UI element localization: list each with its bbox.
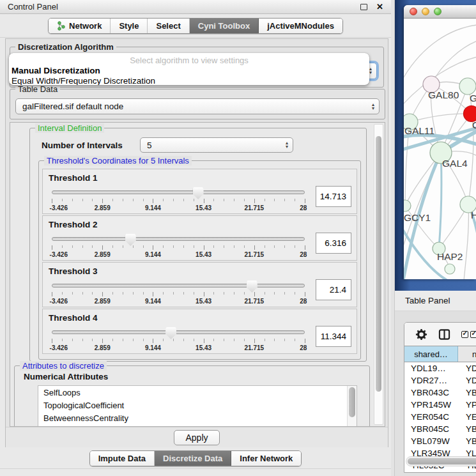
scrollbar-thumb[interactable] bbox=[349, 387, 355, 417]
table-data-combobox[interactable]: galFiltered.sif default node ▴▾ bbox=[15, 98, 380, 114]
threshold-label: Threshold 2 bbox=[49, 220, 98, 229]
table-row[interactable]: YBR045CYBR0 bbox=[404, 423, 476, 435]
dropdown-placeholder: Select algorithm to view settings bbox=[9, 53, 369, 65]
group-title: Interval Definition bbox=[35, 123, 104, 133]
tab-impute-data[interactable]: Impute Data bbox=[90, 451, 155, 466]
network-view-window[interactable]: GAL80GAL11GAL4GCY1HAP2GACH bbox=[404, 5, 476, 279]
checkbox-icon[interactable] bbox=[461, 331, 468, 338]
table-row[interactable]: YBL079WYBL0 bbox=[404, 435, 476, 447]
table-panel-titlebar: Table Panel bbox=[395, 291, 476, 311]
slider-tick-label: 28 bbox=[300, 251, 307, 258]
threshold-slider[interactable]: -3.4262.8599.14415.4321.71528 bbox=[49, 185, 307, 213]
table-panel-title: Table Panel bbox=[405, 296, 450, 305]
group-title: Discretization Algorithm bbox=[15, 42, 116, 52]
right-region: GAL80GAL11GAL4GCY1HAP2GACH Table Panel bbox=[391, 0, 476, 476]
tab-cyni-toolbox[interactable]: Cyni Toolbox bbox=[190, 19, 259, 33]
group-title: Table Data bbox=[15, 84, 60, 94]
panel-title: Control Panel bbox=[8, 2, 58, 12]
threshold-slider[interactable]: -3.4262.8599.14415.4321.71528 bbox=[49, 325, 307, 353]
tab-select[interactable]: Select bbox=[148, 19, 189, 33]
slider-tick-label: 9.144 bbox=[145, 298, 161, 305]
scrollbar-thumb[interactable] bbox=[408, 458, 476, 464]
slider-tick-label: 15.43 bbox=[196, 204, 211, 211]
threshold-slider[interactable]: -3.4262.8599.14415.4321.71528 bbox=[49, 232, 307, 260]
combo-stepper-icon: ▴▾ bbox=[286, 141, 293, 149]
bottom-tabstrip: Impute Data Discretize Data Infer Networ… bbox=[0, 449, 391, 468]
number-of-intervals-combobox[interactable]: 5 ▴▾ bbox=[140, 137, 293, 153]
tab-style[interactable]: Style bbox=[111, 19, 148, 33]
apply-strip: Apply bbox=[6, 427, 388, 447]
threshold-value-input[interactable]: 14.713 bbox=[316, 186, 351, 207]
interval-definition-group: Interval Definition Number of Intervals … bbox=[29, 128, 367, 362]
column-header-name[interactable]: na bbox=[458, 346, 476, 362]
network-icon bbox=[57, 21, 65, 31]
control-panel-titlebar: Control Panel ✕ bbox=[0, 0, 391, 14]
tab-infer-network[interactable]: Infer Network bbox=[231, 451, 301, 466]
split-columns-icon[interactable] bbox=[438, 328, 450, 341]
threshold-panel: Threshold 4 -3.4262.8599.14415.4321.7152… bbox=[42, 309, 357, 354]
top-tabstrip: Network Style Select Cyni Toolbox jActiv… bbox=[0, 15, 391, 38]
node-label: HAP2 bbox=[437, 251, 463, 262]
table-header-row: shared… na bbox=[404, 346, 476, 362]
minimize-traffic-light-icon[interactable] bbox=[422, 8, 429, 15]
slider-tick-label: 21.715 bbox=[245, 344, 265, 351]
node-label: GAL80 bbox=[428, 89, 459, 100]
slider-tick-label: 2.859 bbox=[95, 344, 111, 351]
list-scrollbar[interactable] bbox=[347, 386, 357, 427]
network-node[interactable] bbox=[404, 200, 411, 211]
slider-thumb[interactable] bbox=[247, 280, 257, 293]
threshold-value-input[interactable]: 11.344 bbox=[316, 326, 351, 347]
slider-tick-label: 21.715 bbox=[245, 298, 265, 305]
float-window-icon[interactable] bbox=[360, 4, 367, 10]
close-traffic-light-icon[interactable] bbox=[410, 8, 417, 15]
table-row[interactable]: YPR145WYPR1 bbox=[404, 399, 476, 411]
threshold-panel: Threshold 2 -3.4262.8599.14415.4321.7152… bbox=[42, 215, 357, 261]
list-item[interactable]: SelfLoops bbox=[38, 386, 357, 399]
select-columns-icons bbox=[461, 331, 476, 338]
scrollbar-thumb[interactable] bbox=[376, 136, 381, 392]
zoom-traffic-light-icon[interactable] bbox=[434, 8, 441, 15]
threshold-label: Threshold 4 bbox=[49, 313, 98, 323]
number-of-intervals-value: 5 bbox=[147, 141, 152, 150]
table-row[interactable]: YDR27…YDR2 bbox=[404, 374, 476, 387]
threshold-value-input[interactable]: 6.316 bbox=[316, 233, 351, 254]
slider-thumb[interactable] bbox=[125, 234, 136, 246]
dropdown-option-manual[interactable]: Manual Discretization bbox=[9, 65, 369, 75]
list-item[interactable]: BetweennessCentrality bbox=[38, 411, 357, 424]
group-title: Threshold's Coordinates for 5 Intervals bbox=[44, 156, 192, 165]
list-item[interactable]: TopologicalCoefficient bbox=[38, 399, 357, 411]
slider-tick-label: 9.144 bbox=[145, 204, 161, 211]
slider-thumb[interactable] bbox=[165, 327, 176, 339]
tab-discretize-data[interactable]: Discretize Data bbox=[155, 451, 231, 466]
dropdown-option-equal-width[interactable]: Equal Width/Frequency Discretization bbox=[9, 75, 369, 85]
slider-tick-label: 28 bbox=[300, 204, 307, 211]
numerical-attributes-list[interactable]: SelfLoopsTopologicalCoefficientBetweenne… bbox=[38, 385, 357, 427]
checkbox-icon[interactable] bbox=[470, 331, 476, 338]
gear-icon[interactable] bbox=[415, 328, 427, 341]
slider-thumb[interactable] bbox=[193, 187, 204, 199]
slider-tick-label: 2.859 bbox=[95, 298, 111, 305]
network-canvas[interactable]: GAL80GAL11GAL4GCY1HAP2GACH bbox=[404, 19, 476, 279]
slider-tick-label: 28 bbox=[300, 298, 307, 305]
thresholds-group: Threshold's Coordinates for 5 Intervals … bbox=[38, 160, 361, 360]
tab-network[interactable]: Network bbox=[49, 19, 111, 33]
table-row[interactable]: YBR043CYBR0 bbox=[404, 387, 476, 399]
table-panel-body: shared… na YDL19…YDL1YDR27…YDR2YBR043CYB… bbox=[395, 311, 476, 476]
column-header-shared-name[interactable]: shared… bbox=[404, 346, 458, 362]
node-label: GCY1 bbox=[404, 212, 431, 223]
settings-scrollbar[interactable] bbox=[374, 124, 383, 425]
close-icon[interactable]: ✕ bbox=[376, 2, 383, 12]
threshold-panel: Threshold 3 -3.4262.8599.14415.4321.7152… bbox=[42, 262, 357, 307]
apply-button[interactable]: Apply bbox=[174, 430, 219, 445]
table-horizontal-scrollbar[interactable] bbox=[406, 456, 476, 466]
slider-tick-label: 15.43 bbox=[196, 251, 211, 258]
threshold-slider[interactable]: -3.4262.8599.14415.4321.71528 bbox=[49, 279, 307, 307]
network-node[interactable] bbox=[445, 264, 455, 274]
table-row[interactable]: YER054CYER0 bbox=[404, 411, 476, 423]
threshold-value-input[interactable]: 21.4 bbox=[316, 279, 351, 300]
table-row[interactable]: YDL19…YDL1 bbox=[404, 362, 476, 374]
tab-jactivemnodules[interactable]: jActiveMNodules bbox=[259, 19, 342, 33]
slider-tick-label: 15.43 bbox=[196, 344, 211, 351]
threshold-label: Threshold 1 bbox=[49, 173, 98, 183]
cyni-toolbox-content: Discretization Algorithm ▴▾ Select algor… bbox=[5, 38, 388, 447]
